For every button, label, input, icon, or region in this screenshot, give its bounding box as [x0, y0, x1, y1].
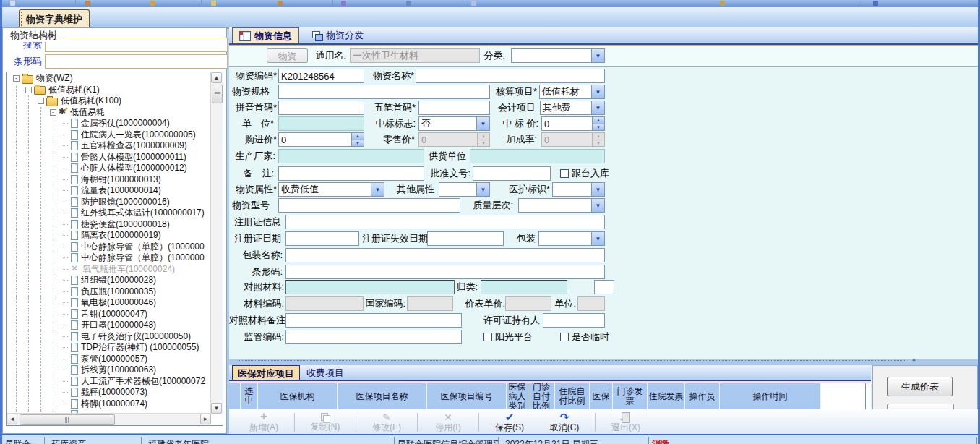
chevron-down-icon[interactable]: ▼: [591, 199, 604, 212]
ref-material-remark-input[interactable]: [285, 313, 462, 328]
chevron-down-icon[interactable]: ▼: [591, 232, 604, 245]
classify-extra-input[interactable]: [594, 280, 614, 294]
tree-item[interactable]: 红外线耳式体温计(1000000017): [7, 208, 211, 219]
toolbar-icon[interactable]: [10, 1, 15, 6]
quality-level-combo[interactable]: ▼: [518, 198, 605, 213]
column-header[interactable]: 门诊自付比例: [528, 383, 555, 410]
tree-item[interactable]: 五官科检查器(1000000009): [7, 140, 211, 152]
toolbar-icon[interactable]: [85, 1, 90, 6]
tree-item[interactable]: 氧电极(100000046): [7, 297, 211, 309]
expand-minus-icon[interactable]: -: [25, 87, 32, 93]
bid-flag-combo[interactable]: 否 ▼: [418, 116, 490, 131]
column-header[interactable]: 医保机构: [258, 383, 338, 410]
tree-item[interactable]: 骨骼人体模型(1000000011): [7, 152, 211, 163]
material-type-button[interactable]: 物资: [267, 48, 308, 63]
column-header[interactable]: 门诊发票: [613, 383, 648, 410]
tree-item[interactable]: 氧气瓶推车(100000024): [7, 264, 211, 276]
tree-vertical-scrollbar[interactable]: ▲ ▼: [210, 72, 223, 414]
wubi-input[interactable]: [418, 101, 490, 115]
toolbar-icon[interactable]: [211, 1, 216, 6]
reg-expire-input[interactable]: [427, 231, 504, 246]
accounting-combo[interactable]: 其他费 ▼: [540, 101, 605, 115]
tree-horizontal-scrollbar[interactable]: ◄ ►: [7, 413, 211, 425]
tree-item[interactable]: -低值易耗(K100): [7, 95, 211, 107]
column-header[interactable]: 医保项目名称: [338, 383, 427, 410]
barcode-input[interactable]: [45, 54, 228, 69]
toolbar-icon[interactable]: [720, 1, 725, 6]
column-header[interactable]: [821, 383, 866, 410]
toolbar-icon[interactable]: [150, 1, 155, 6]
scroll-right-icon[interactable]: ►: [200, 414, 211, 424]
tab-material-info[interactable]: 物资信息: [232, 27, 299, 43]
splitter-arrow-icon[interactable]: ▲: [911, 357, 916, 362]
column-header[interactable]: 住院自付比例: [555, 383, 590, 410]
chevron-down-icon[interactable]: ▼: [476, 117, 489, 130]
column-header[interactable]: 操作时间: [720, 383, 821, 410]
medical-flag-combo[interactable]: ▼: [552, 182, 605, 197]
barcode-field-input[interactable]: [285, 265, 605, 279]
scroll-up-icon[interactable]: ▲: [211, 72, 222, 83]
license-holder-input[interactable]: [543, 313, 605, 328]
tree-item[interactable]: TDP治疗器(神灯) (100000055): [7, 342, 211, 354]
spinner-value[interactable]: [279, 133, 351, 146]
tree-item[interactable]: -物资(WZ): [7, 73, 211, 85]
tree-item[interactable]: 椅脚(100000074): [7, 398, 211, 410]
expand-minus-icon[interactable]: -: [50, 109, 56, 116]
tree-item[interactable]: 拆线剪(100000063): [7, 364, 211, 376]
classify-input[interactable]: [481, 280, 567, 294]
tree-item[interactable]: 开口器(100000048): [7, 320, 211, 331]
tree-item[interactable]: -低值易耗: [7, 107, 211, 119]
tree-item[interactable]: 舌钳(100000047): [7, 309, 211, 320]
search-input[interactable]: [45, 38, 228, 52]
approval-no-input[interactable]: [473, 166, 551, 181]
toolbar-icon[interactable]: [873, 1, 878, 6]
tab-material-dictionary[interactable]: 物资字典维护: [19, 9, 90, 27]
chevron-down-icon[interactable]: ▼: [591, 49, 604, 62]
tree-item[interactable]: 负压瓶(100000035): [7, 286, 211, 298]
remark-input[interactable]: [278, 166, 424, 181]
manufacturer-input[interactable]: [278, 149, 424, 163]
column-header[interactable]: 住院发票: [648, 383, 685, 410]
model-input[interactable]: [278, 198, 460, 213]
tree-item[interactable]: 电子针灸治疗仪(100000050): [7, 331, 211, 343]
regulatory-no-input[interactable]: [285, 330, 462, 344]
reg-date-input[interactable]: [285, 231, 359, 246]
tree-item[interactable]: 金属拐仗(1000000004): [7, 118, 211, 129]
tree-item[interactable]: 中心静脉导管（单腔）(1000000: [7, 252, 211, 264]
scroll-thumb[interactable]: [212, 85, 223, 103]
ref-material-input[interactable]: [285, 280, 455, 294]
tree-item[interactable]: 泵管(100000057): [7, 354, 211, 365]
other-attr-combo[interactable]: ▼: [439, 182, 490, 197]
toolbar-icon[interactable]: [278, 1, 283, 6]
attribute-combo[interactable]: 收费低值 ▼: [278, 182, 384, 197]
tab-material-distribution[interactable]: 物资分发: [306, 27, 370, 43]
column-header[interactable]: [229, 383, 241, 410]
expand-minus-icon[interactable]: -: [13, 75, 20, 82]
toolbar-button[interactable]: ↷取消(C): [537, 411, 592, 434]
chevron-down-icon[interactable]: ▼: [591, 85, 604, 98]
material-name-input[interactable]: [416, 69, 605, 83]
account-item-combo[interactable]: 低值耗材 ▼: [539, 85, 605, 99]
column-header[interactable]: 医保病人类别: [507, 383, 528, 410]
scroll-down-icon[interactable]: ▼: [211, 403, 222, 414]
horizontal-splitter[interactable]: ▲: [238, 360, 906, 364]
column-header[interactable]: 操作员: [685, 383, 720, 410]
package-name-input[interactable]: [285, 248, 605, 262]
column-header[interactable]: 医保项目编号: [427, 383, 507, 410]
spinner-arrows-icon[interactable]: ▲▼: [592, 117, 604, 130]
is-temp-checkbox[interactable]: [560, 333, 569, 341]
toolbar-icon[interactable]: [406, 1, 411, 6]
chevron-down-icon[interactable]: ▼: [591, 183, 604, 196]
unit-input[interactable]: [278, 116, 364, 131]
chevron-down-icon[interactable]: ▼: [476, 183, 489, 196]
tree-item[interactable]: -低值易耗(K1): [7, 85, 211, 96]
chevron-down-icon[interactable]: ▼: [591, 101, 604, 114]
tree-item[interactable]: 海棉钳(1000000013): [7, 174, 211, 186]
material-code-input[interactable]: [278, 69, 364, 83]
tree-item[interactable]: 心脏人体模型(1000000012): [7, 163, 211, 174]
tab-charge-items[interactable]: 收费项目: [301, 365, 349, 380]
tree-item[interactable]: 住院病人一览表(1000000005): [7, 129, 211, 141]
scroll-thumb[interactable]: [20, 414, 115, 425]
scroll-left-icon[interactable]: ◄: [7, 414, 17, 424]
tree-item[interactable]: 人工流产手术器械包(100000072: [7, 376, 211, 388]
